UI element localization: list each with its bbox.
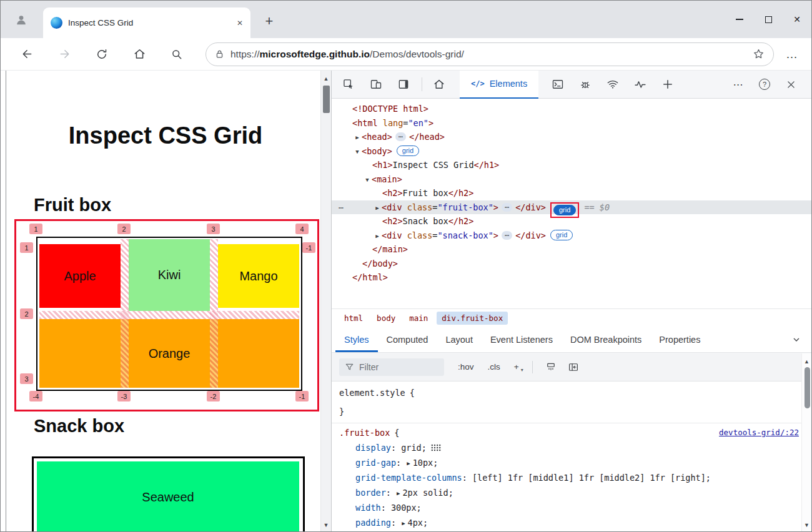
new-rule-caret-icon[interactable]: ▾ (521, 367, 523, 373)
person-icon (14, 13, 28, 27)
grid-line-number: 3 (20, 373, 33, 384)
code-token: <div (382, 202, 407, 212)
computed-sidebar-toggle-button[interactable] (564, 358, 583, 377)
filter-funnel-icon (345, 362, 354, 372)
browser-tab[interactable]: Inspect CSS Grid ✕ (43, 7, 250, 38)
tab-layout[interactable]: Layout (437, 327, 482, 352)
inline-ellipsis-button[interactable]: ⋯ (502, 231, 512, 240)
elements-icon: </> (471, 79, 485, 88)
close-devtools-button[interactable] (780, 74, 801, 95)
dom-node[interactable]: </html> (332, 270, 811, 285)
address-bar[interactable]: https://microsoftedge.github.io/Demos/de… (205, 42, 774, 66)
dom-node[interactable]: </body> (332, 257, 811, 271)
grid-badge[interactable]: grid (397, 145, 419, 156)
page-scrollbar[interactable]: ▲ ▼ (320, 71, 331, 532)
dock-side-icon (397, 78, 410, 91)
new-tab-button[interactable]: + (259, 11, 279, 31)
grid-gap-overlay (39, 311, 299, 319)
grid-badge[interactable]: grid (550, 230, 573, 240)
shorthand-expand-icon[interactable]: ▶ (402, 520, 405, 526)
forward-button[interactable] (52, 42, 76, 66)
dom-node[interactable]: ▶<head>⋯</head> (332, 130, 811, 144)
cls-toggle-button[interactable]: .cls (488, 362, 500, 372)
cell-label: Kiwi (158, 268, 181, 282)
new-style-rule-button[interactable]: + (514, 362, 519, 372)
dom-node[interactable]: <!DOCTYPE html> (332, 102, 811, 116)
scroll-up-icon[interactable]: ▲ (802, 358, 811, 365)
breadcrumb-item-body[interactable]: body (372, 312, 400, 325)
tab-computed[interactable]: Computed (378, 327, 437, 352)
refresh-button[interactable] (90, 42, 114, 66)
chevron-down-icon (791, 335, 801, 345)
devtools-home-button[interactable] (428, 74, 450, 95)
shorthand-expand-icon[interactable]: ▶ (407, 460, 410, 466)
tab-elements[interactable]: </> Elements (460, 71, 538, 99)
customize-devtools-button[interactable]: ⋯ (728, 74, 749, 95)
inline-ellipsis-button[interactable]: ⋯ (502, 203, 512, 212)
dom-node[interactable]: </main> (332, 242, 811, 257)
filter-input[interactable]: Filter (339, 358, 444, 376)
breadcrumb-item-html[interactable]: html (339, 312, 368, 325)
network-button[interactable] (602, 74, 623, 95)
semicolon: ; (448, 488, 453, 498)
styles-scrollbar[interactable]: ▲ ▼ (801, 353, 811, 532)
console-button[interactable] (547, 74, 568, 95)
tab-dom-breakpoints[interactable]: DOM Breakpoints (562, 327, 650, 352)
breadcrumb-item-div.fruit-box[interactable]: div.fruit-box (437, 312, 508, 325)
dom-node[interactable]: <h2>Fruit box</h2> (332, 186, 811, 200)
grid-line-number: 2 (20, 308, 33, 319)
semicolon: ; (423, 518, 428, 528)
device-emulation-button[interactable] (365, 74, 387, 95)
code-token: "fruit-box" (437, 202, 493, 212)
twisty-expanded-icon[interactable]: ▼ (353, 145, 362, 159)
code-token: </main> (372, 244, 408, 254)
help-button[interactable]: ? (754, 74, 775, 95)
twisty-collapsed-icon[interactable]: ▶ (373, 201, 382, 215)
twisty-expanded-icon[interactable]: ▼ (363, 173, 372, 187)
back-button[interactable] (15, 42, 39, 66)
tabs-overflow-button[interactable] (791, 327, 811, 352)
settings-more-button[interactable]: … (780, 42, 804, 66)
code-token: > (428, 118, 433, 128)
dom-node[interactable]: ⋯▶<div class="fruit-box">⋯</div>grid == … (332, 200, 811, 215)
tab-close-icon[interactable]: ✕ (237, 19, 243, 27)
breadcrumb-item-main[interactable]: main (404, 312, 433, 325)
dom-node[interactable]: ▶<div class="snack-box">⋯</div>grid (332, 229, 811, 243)
dom-node[interactable]: <html lang="en"> (332, 116, 811, 131)
inspect-tool-button[interactable] (338, 74, 359, 95)
grid-editor-icon[interactable] (431, 444, 441, 451)
cell-label: Seaweed (142, 490, 194, 505)
dock-side-button[interactable] (393, 74, 414, 95)
rendering-emulation-button[interactable] (542, 358, 560, 377)
profile-button[interactable] (9, 9, 33, 31)
twisty-collapsed-icon[interactable]: ▶ (353, 131, 362, 145)
dom-node[interactable]: <h2>Snack box</h2> (332, 214, 811, 229)
scroll-down-icon[interactable]: ▼ (802, 522, 811, 528)
twisty-collapsed-icon[interactable]: ▶ (373, 229, 382, 244)
maximize-button[interactable] (754, 1, 783, 38)
scroll-up-icon[interactable]: ▲ (321, 76, 331, 82)
debugger-button[interactable] (575, 74, 596, 95)
hov-toggle-button[interactable]: :hov (458, 362, 474, 372)
scrollbar-thumb[interactable] (805, 367, 810, 408)
source-link[interactable]: devtools-grid/:22 (719, 425, 799, 440)
minimize-button[interactable] (725, 1, 754, 38)
node-menu-icon[interactable]: ⋯ (339, 200, 344, 215)
performance-button[interactable] (630, 74, 651, 95)
dom-node[interactable]: <h1>Inspect CSS Grid</h1> (332, 158, 811, 172)
scroll-down-icon[interactable]: ▼ (321, 522, 331, 528)
search-button[interactable] (165, 42, 189, 66)
tab-styles[interactable]: Styles (335, 327, 378, 352)
favorites-button[interactable] (748, 44, 768, 64)
more-tools-button[interactable] (657, 74, 678, 95)
scrollbar-thumb[interactable] (323, 86, 330, 113)
css-property-value: 300px (391, 503, 417, 513)
tab-event-listeners[interactable]: Event Listeners (482, 327, 562, 352)
home-button[interactable] (127, 42, 151, 66)
shorthand-expand-icon[interactable]: ▶ (397, 490, 400, 496)
tab-properties[interactable]: Properties (650, 327, 709, 352)
dom-node[interactable]: ▼<main> (332, 172, 811, 187)
close-window-button[interactable]: ✕ (783, 1, 811, 38)
inline-ellipsis-button[interactable]: ⋯ (395, 132, 406, 141)
dom-node[interactable]: ▼<body>grid (332, 144, 811, 159)
